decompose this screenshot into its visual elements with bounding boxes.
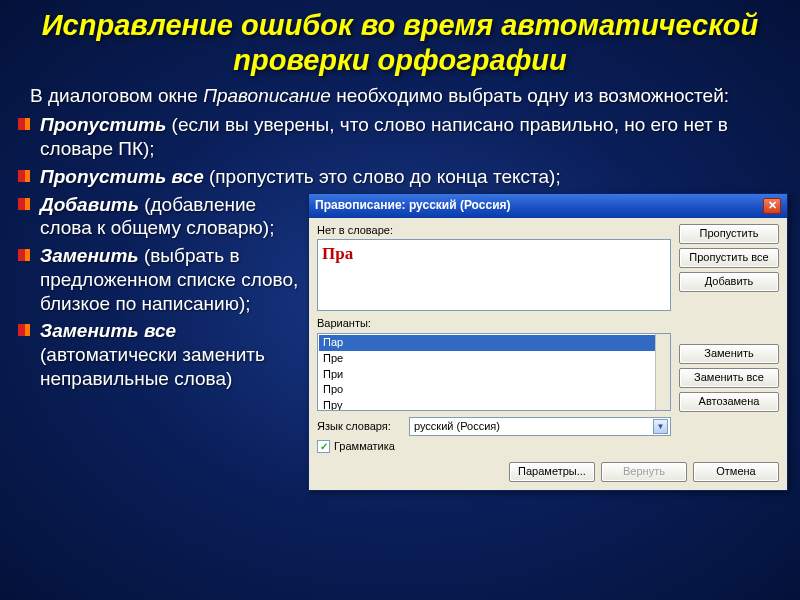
variant-option[interactable]: Про — [319, 382, 669, 398]
add-button[interactable]: Добавить — [679, 272, 779, 292]
grammar-checkbox[interactable]: ✓ — [317, 440, 330, 453]
dialog-title-text: Правописание: русский (Россия) — [315, 198, 511, 213]
bullet-item: Заменить (выбрать в предложенном списке … — [18, 244, 304, 315]
skip-button[interactable]: Пропустить — [679, 224, 779, 244]
bullet-item: Пропустить все (пропустить это слово до … — [18, 165, 782, 189]
replace-button[interactable]: Заменить — [679, 344, 779, 364]
listbox-scrollbar[interactable] — [655, 334, 670, 410]
variant-option[interactable]: Пре — [319, 351, 669, 367]
intro-part-b: необходимо выбрать одну из возможностей: — [331, 85, 729, 106]
bullet-term: Пропустить все — [40, 166, 209, 187]
close-icon: ✕ — [768, 199, 777, 213]
options-button[interactable]: Параметры... — [509, 462, 595, 482]
variant-option[interactable]: Пар — [319, 335, 669, 351]
language-label: Язык словаря: — [317, 420, 403, 434]
slide-title: Исправление ошибок во время автоматическ… — [0, 0, 800, 84]
variant-option[interactable]: При — [319, 367, 669, 383]
not-in-dict-label: Нет в словаре: — [317, 224, 671, 238]
replace-all-button[interactable]: Заменить все — [679, 368, 779, 388]
variant-option[interactable]: Пру — [319, 398, 669, 411]
slide-content: В диалоговом окне Правописание необходим… — [0, 84, 800, 491]
grammar-checkbox-row[interactable]: ✓ Грамматика — [317, 440, 671, 454]
intro-em: Правописание — [203, 85, 331, 106]
bullet-term: Пропустить — [40, 114, 166, 135]
bullet-item: Добавить (добавление слова к общему слов… — [18, 193, 304, 241]
bullet-term: Добавить — [40, 194, 144, 215]
spellcheck-dialog: Правописание: русский (Россия) ✕ Нет в с… — [308, 193, 788, 491]
chevron-down-icon: ▼ — [653, 419, 668, 434]
misspelled-word-box[interactable]: Пра — [317, 239, 671, 311]
intro-text: В диалоговом окне Правописание необходим… — [18, 84, 782, 108]
bullet-item: Заменить все (автоматически заменить неп… — [18, 319, 304, 390]
bullet-term: Заменить — [40, 245, 144, 266]
bullet-term: Заменить все — [40, 320, 176, 341]
language-value: русский (Россия) — [414, 420, 500, 434]
undo-button: Вернуть — [601, 462, 687, 482]
language-select[interactable]: русский (Россия) ▼ — [409, 417, 671, 436]
skip-all-button[interactable]: Пропустить все — [679, 248, 779, 268]
variants-listbox[interactable]: Пар Пре При Про Пру — [317, 333, 671, 411]
variants-label: Варианты: — [317, 317, 671, 331]
dialog-titlebar[interactable]: Правописание: русский (Россия) ✕ — [309, 194, 787, 218]
bullet-rest: (пропустить это слово до конца текста); — [209, 166, 561, 187]
intro-part-a: В диалоговом окне — [30, 85, 203, 106]
autocorrect-button[interactable]: Автозамена — [679, 392, 779, 412]
grammar-label: Грамматика — [334, 440, 395, 454]
bullet-rest: (автоматически заменить неправильные сло… — [40, 344, 265, 389]
close-button[interactable]: ✕ — [763, 198, 781, 214]
cancel-button[interactable]: Отмена — [693, 462, 779, 482]
bullet-item: Пропустить (если вы уверены, что слово н… — [18, 113, 782, 161]
